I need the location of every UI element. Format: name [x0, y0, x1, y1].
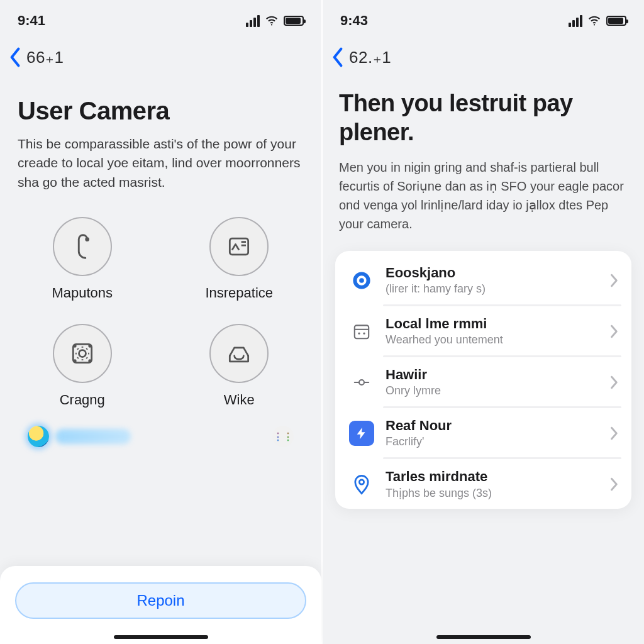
back-icon[interactable] [331, 47, 344, 67]
home-indicator [436, 635, 531, 639]
list-item-eooskjano[interactable]: Eooskjano (lirer it: hamy fary s) [335, 253, 631, 304]
chip-label-redacted [55, 429, 131, 444]
wifi-icon [265, 14, 279, 28]
list-item-tarles[interactable]: Tarles mirdnate Thịphs be sungs (3s) [335, 457, 631, 509]
svg-point-15 [363, 332, 365, 334]
svg-rect-2 [230, 238, 248, 255]
status-time: 9:43 [340, 13, 368, 29]
status-indicators [569, 14, 626, 28]
svg-point-4 [79, 350, 86, 357]
cellular-icon [246, 15, 260, 27]
svg-point-12 [359, 278, 364, 283]
grid-item-label: Maputons [52, 285, 113, 301]
cellular-icon [569, 15, 582, 27]
page-header: User Camera This be comparassible asti's… [0, 70, 321, 192]
grid-item-label: Insrepatice [205, 285, 273, 301]
grid-item-wike[interactable]: Wike [180, 324, 299, 408]
status-bar: 9:41 [0, 0, 321, 33]
nav-bar: 62.₊1 [323, 33, 644, 70]
grid-item-maputons[interactable]: Maputons [23, 217, 142, 301]
svg-point-5 [74, 345, 75, 347]
list-item-subtitle: Facrlify' [386, 435, 599, 448]
feature-grid: Maputons Insrepatice Cragng Wike [0, 192, 321, 408]
status-time: 9:41 [18, 13, 45, 29]
svg-point-0 [271, 24, 272, 25]
svg-point-8 [89, 360, 90, 362]
back-icon[interactable] [9, 47, 21, 67]
list-item-reaf-nour[interactable]: Reaf Nour Facrlify' [335, 406, 631, 457]
gear-frame-icon [53, 324, 112, 383]
status-bar: 9:43 [323, 0, 644, 33]
list-item-title: Hawiir [386, 367, 599, 383]
chip-row: ⋮⋮ [0, 408, 321, 447]
list-item-local-lme[interactable]: Local lme rmmi Wearhed you untement [335, 304, 631, 355]
nav-back-label[interactable]: 62.₊1 [349, 48, 391, 67]
page-title: Then you lestruit pay plener. [339, 89, 628, 147]
bolt-blue-icon [349, 421, 374, 446]
chevron-right-icon [610, 325, 619, 338]
svg-point-6 [89, 345, 90, 347]
nav-bar: 66₊1 [0, 33, 321, 70]
svg-point-16 [359, 380, 364, 385]
wifi-icon [587, 14, 601, 28]
hook-icon [53, 217, 112, 276]
svg-point-17 [359, 480, 364, 484]
more-chip[interactable]: ⋮⋮ [272, 426, 294, 447]
card-icon [209, 217, 269, 276]
phone-left: 9:41 66₊1 User Camera This be comparassi… [0, 0, 321, 644]
list-item-subtitle: Thịphs be sungs (3s) [386, 486, 599, 500]
grid-item-insrepatice[interactable]: Insrepatice [180, 217, 299, 301]
page-title: User Camera [18, 96, 304, 126]
chevron-right-icon [610, 426, 619, 440]
list-item-subtitle: Wearhed you untement [386, 333, 599, 347]
svg-point-9 [594, 24, 595, 25]
node-gray-icon [349, 370, 374, 395]
battery-icon [606, 16, 626, 26]
svg-rect-13 [355, 325, 369, 338]
nav-back-label[interactable]: 66₊1 [26, 48, 64, 67]
options-list: Eooskjano (lirer it: hamy fary s) Local … [335, 251, 631, 509]
user-chip[interactable] [28, 426, 131, 447]
pin-blue-icon [349, 472, 374, 497]
dots-color-icon: ⋮⋮ [273, 431, 293, 443]
list-item-title: Eooskjano [386, 265, 599, 281]
page-subtitle: This be comparassible asti's of the powr… [18, 135, 304, 192]
svg-point-14 [358, 332, 360, 334]
list-item-hawiir[interactable]: Hawiir Onry lymre [335, 355, 631, 406]
target-blue-icon [349, 268, 374, 293]
calendar-gray-icon [349, 319, 374, 344]
grid-item-label: Cragng [60, 392, 105, 408]
svg-point-7 [74, 360, 75, 362]
inbox-icon [209, 324, 269, 383]
list-item-subtitle: Onry lymre [386, 384, 599, 397]
battery-icon [284, 16, 304, 26]
avatar-icon [28, 426, 49, 447]
list-item-title: Reaf Nour [386, 418, 599, 434]
list-item-title: Tarles mirdnate [386, 469, 599, 485]
chevron-right-icon [610, 375, 619, 389]
grid-item-cragng[interactable]: Cragng [23, 324, 142, 408]
list-item-title: Local lme rmmi [386, 316, 599, 332]
list-item-subtitle: (lirer it: hamy fary s) [386, 282, 599, 296]
home-indicator [114, 635, 208, 639]
page-header: Then you lestruit pay plener. Men you in… [323, 70, 644, 233]
chevron-right-icon [610, 477, 619, 491]
svg-point-1 [86, 238, 89, 241]
page-subtitle: Men you in nigin gring and shaf-is parti… [339, 158, 628, 233]
chevron-right-icon [610, 274, 619, 287]
status-indicators [246, 14, 304, 28]
phone-right: 9:43 62.₊1 Then you lestruit pay plener.… [323, 0, 644, 644]
primary-button[interactable]: Repoin [15, 582, 306, 619]
grid-item-label: Wike [224, 392, 255, 408]
bottom-sheet: Repoin [0, 566, 321, 644]
